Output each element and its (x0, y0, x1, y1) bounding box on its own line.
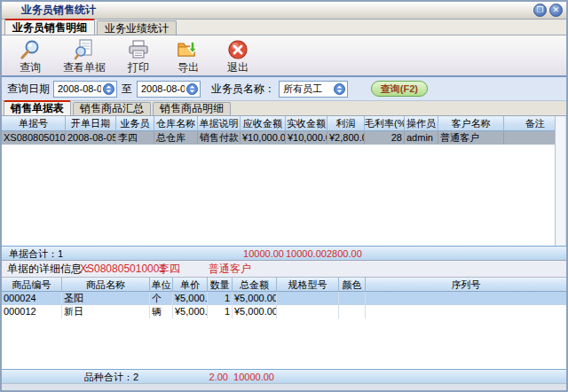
cell-unit: 辆 (150, 305, 173, 318)
cell-serial (366, 305, 566, 318)
salesperson-value: 所有员工 (283, 82, 332, 96)
salesperson-label: 业务员名称： (211, 82, 275, 97)
column-header[interactable]: 毛利率(%) (365, 116, 405, 131)
cell-color (339, 292, 366, 305)
cell-quantity: 1 (208, 305, 233, 318)
cell-amount: ¥5,000.00 (233, 305, 277, 318)
column-header[interactable]: 总金额 (233, 278, 277, 292)
export-icon (177, 38, 200, 61)
table-row[interactable]: 000012 新日 辆 ¥5,000.00 1 ¥5,000.00 (2, 305, 566, 318)
query-bar: 查询日期 2008-08-01 至 2008-08-05 (2, 77, 566, 101)
salesperson-select[interactable]: 所有员工 (279, 81, 348, 98)
sub-tab-bar: 销售单据表 销售商品汇总 销售商品明细 (2, 101, 566, 116)
order-detail-info-bar: 单据的详细信息： XS080805010001 李四 普通客户 (2, 261, 566, 278)
query-button[interactable]: 查询 (7, 36, 53, 75)
column-header[interactable]: 仓库名称 (154, 116, 198, 131)
orders-totals-row: 单据合计：1 10000.00 10000.00 2800.00 (2, 246, 566, 260)
column-header[interactable]: 商品名称 (62, 278, 150, 292)
tab-sales-order-list[interactable]: 销售单据表 (4, 100, 71, 115)
items-table-header: 商品编号 商品名称 单位 单价 数量 总金额 规格型号 颜色 序列号 (2, 278, 566, 292)
total-profit: 2800.00 (327, 247, 355, 261)
column-header[interactable]: 数量 (208, 278, 233, 292)
column-header[interactable]: 单据号 (2, 116, 66, 131)
tab-business-performance[interactable]: 业务业绩统计 (97, 20, 177, 35)
table-row[interactable]: XS080805010001 2008-08-05 李四 总仓库 销售付款 ¥1… (2, 131, 566, 145)
exit-button[interactable]: 退出 (215, 36, 261, 75)
toolbar-label: 查询 (20, 61, 41, 74)
main-tab-bar: 业务员销售明细 业务业绩统计 (2, 20, 566, 35)
cell-item-name: 圣阳 (62, 292, 150, 305)
tab-sales-goods-detail[interactable]: 销售商品明细 (153, 102, 231, 115)
cell-receivable: ¥10,000.00 (241, 131, 286, 145)
column-header[interactable]: 单据说明 (198, 116, 241, 131)
cell-customer: 普通客户 (438, 131, 504, 145)
toolbar-label: 导出 (178, 61, 199, 74)
cell-operator: admin (405, 131, 438, 145)
items-totals-row: 品种合计：2 2.00 10000.00 (2, 369, 566, 383)
table-row[interactable]: 000024 圣阳 个 ¥5,000.00 1 ¥5,000.00 (2, 292, 566, 305)
items-table: 商品编号 商品名称 单位 单价 数量 总金额 规格型号 颜色 序列号 00002… (2, 278, 566, 383)
cell-serial (366, 292, 566, 305)
detail-salesperson: 李四 (159, 261, 180, 277)
maximize-button[interactable]: ❐ (533, 4, 547, 17)
cell-order-no: XS080805010001 (2, 131, 66, 145)
column-header[interactable]: 单位 (150, 278, 173, 292)
tab-label: 业务员销售明细 (12, 21, 87, 34)
app-window: 业务员销售统计 ❐ ✕ 业务员销售明细 业务业绩统计 查询 (0, 0, 568, 392)
column-header[interactable]: 业务员 (116, 116, 154, 131)
cell-unit-price: ¥5,000.00 (173, 292, 208, 305)
cell-color (339, 305, 366, 318)
column-header[interactable]: 应收金额 (241, 116, 286, 131)
date-from-spinner-icon[interactable] (103, 83, 114, 95)
print-button[interactable]: 打印 (115, 36, 162, 75)
exit-icon (226, 38, 249, 61)
salesperson-dropdown-icon[interactable] (334, 83, 345, 95)
window-title: 业务员销售统计 (21, 3, 96, 18)
cell-item-name: 新日 (62, 305, 150, 318)
toolbar-label: 查看单据 (63, 61, 106, 74)
date-from-input[interactable]: 2008-08-01 (53, 81, 117, 98)
column-header[interactable]: 颜色 (339, 278, 366, 292)
cell-profit: ¥2,800.00 (327, 131, 365, 145)
cell-spec (277, 292, 339, 305)
column-header[interactable]: 操作员 (405, 116, 438, 131)
column-header[interactable]: 客户名称 (438, 116, 504, 131)
view-order-button[interactable]: 查看单据 (57, 36, 112, 75)
subtab-label: 销售单据表 (11, 102, 64, 114)
column-header[interactable]: 商品编号 (2, 278, 62, 292)
close-button[interactable]: ✕ (549, 4, 563, 17)
items-total-label: 品种合计：2 (84, 371, 138, 384)
tab-sales-goods-summary[interactable]: 销售商品汇总 (73, 102, 151, 115)
date-to-value: 2008-08-05 (141, 83, 185, 94)
toolbar-label: 打印 (128, 61, 149, 74)
cell-order-date: 2008-08-05 (66, 131, 116, 145)
cell-warehouse: 总仓库 (154, 131, 198, 145)
tab-label: 业务业绩统计 (105, 22, 169, 35)
detail-order-no: XS080805010001 (80, 261, 165, 277)
column-header[interactable]: 规格型号 (277, 278, 339, 292)
toolbar-label: 退出 (227, 61, 248, 74)
vertical-scrollbar[interactable] (555, 116, 566, 246)
tab-salesperson-sales-detail[interactable]: 业务员销售明细 (4, 19, 95, 35)
column-header[interactable]: 序列号 (366, 278, 566, 292)
cell-item-code: 000012 (2, 305, 62, 318)
cell-unit: 个 (150, 292, 173, 305)
to-label: 至 (122, 82, 132, 97)
column-header[interactable]: 利润 (327, 116, 365, 131)
date-to-spinner-icon[interactable] (186, 83, 198, 95)
cell-unit-price: ¥5,000.00 (173, 305, 208, 318)
date-from-value: 2008-08-01 (58, 83, 101, 94)
column-header[interactable]: 开单日期 (66, 116, 116, 131)
orders-table-header: 单据号 开单日期 业务员 仓库名称 单据说明 应收金额 实收金额 利润 毛利率(… (2, 116, 566, 131)
column-header[interactable]: 单价 (173, 278, 208, 292)
column-header[interactable]: 实收金额 (286, 116, 327, 131)
cell-item-code: 000024 (2, 292, 62, 305)
query-f2-button[interactable]: 查询(F2) (371, 81, 428, 97)
export-button[interactable]: 导出 (165, 36, 211, 75)
total-receivable: 10000.00 (240, 247, 284, 261)
printer-icon (127, 38, 150, 61)
orders-table: 单据号 开单日期 业务员 仓库名称 单据说明 应收金额 实收金额 利润 毛利率(… (2, 116, 566, 261)
items-table-empty-area (2, 318, 566, 369)
date-to-input[interactable]: 2008-08-05 (137, 81, 201, 98)
orders-table-empty-area (2, 145, 566, 246)
